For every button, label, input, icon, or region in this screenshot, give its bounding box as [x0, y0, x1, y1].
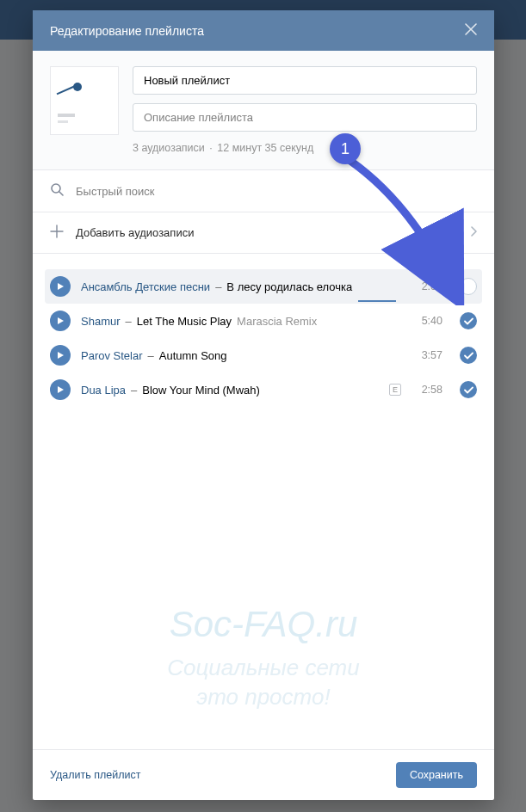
search-input[interactable] — [76, 185, 477, 198]
playlist-description-input[interactable] — [133, 103, 477, 132]
track-artist: Aнсамбль Детские песни — [81, 280, 210, 293]
save-button[interactable]: Сохранить — [396, 762, 477, 788]
track-artist: Dua Lipa — [81, 384, 126, 397]
meta-duration: 12 минут 35 секунд — [217, 142, 313, 154]
track-select-toggle[interactable] — [460, 312, 477, 329]
track-row[interactable]: Shamur–Let The Music PlayMarascia Remix5… — [45, 304, 482, 338]
track-duration: 3:57 — [412, 349, 442, 361]
play-icon[interactable] — [50, 345, 71, 366]
playlist-meta: 3 аудиозаписи · 12 минут 35 секунд — [133, 142, 477, 154]
track-duration: 5:40 — [412, 315, 442, 327]
edit-playlist-modal: Редактирование плейлиста 3 аудиозаписи ·… — [33, 10, 494, 800]
track-row[interactable]: Aнсамбль Детские песни–В лесу родилась е… — [45, 269, 482, 304]
track-text: Shamur–Let The Music PlayMarascia Remix — [81, 315, 401, 328]
track-text: Aнсамбль Детские песни–В лесу родилась е… — [81, 280, 401, 293]
track-select-toggle[interactable] — [460, 381, 477, 398]
add-audio-label: Добавить аудиозаписи — [76, 226, 194, 239]
track-title: В лесу родилась елочка — [226, 280, 352, 293]
track-artist: Parov Stelar — [81, 349, 143, 362]
watermark: Soc-FAQ.ru Социальные сетиэто просто! — [33, 604, 494, 712]
play-icon[interactable] — [50, 276, 71, 297]
track-text: Dua Lipa–Blow Your Mind (Mwah) — [81, 384, 379, 397]
track-duration: 2:58 — [412, 384, 442, 396]
playlist-name-input[interactable] — [133, 66, 477, 95]
track-duration: 2:09 — [412, 280, 442, 292]
modal-footer: Удалить плейлист Сохранить — [33, 749, 494, 800]
playlist-cover[interactable] — [50, 66, 119, 135]
meta-count: 3 аудиозаписи — [133, 142, 205, 154]
track-title: Autumn Song — [159, 349, 227, 362]
track-artist: Shamur — [81, 315, 121, 328]
track-title: Let The Music Play — [137, 315, 232, 328]
track-progress[interactable] — [81, 300, 396, 302]
modal-title: Редактирование плейлиста — [50, 24, 204, 38]
plus-icon — [50, 225, 64, 241]
add-audio-row[interactable]: Добавить аудиозаписи — [33, 212, 494, 254]
track-row[interactable]: Parov Stelar–Autumn Song3:57 — [45, 338, 482, 372]
track-select-toggle[interactable] — [460, 347, 477, 364]
annotation-badge: 1 — [330, 133, 361, 164]
track-text: Parov Stelar–Autumn Song — [81, 349, 401, 362]
modal-header: Редактирование плейлиста — [33, 10, 494, 51]
track-select-toggle[interactable] — [460, 278, 477, 295]
search-row — [33, 170, 494, 212]
delete-playlist-link[interactable]: Удалить плейлист — [50, 769, 140, 781]
track-title: Blow Your Mind (Mwah) — [142, 384, 260, 397]
play-icon[interactable] — [50, 379, 71, 400]
track-subtitle: Marascia Remix — [237, 315, 317, 328]
playlist-edit-section: 3 аудиозаписи · 12 минут 35 секунд — [33, 51, 494, 170]
explicit-badge: E — [389, 384, 401, 396]
search-icon — [50, 182, 64, 200]
track-row[interactable]: Dua Lipa–Blow Your Mind (Mwah)E2:58 — [45, 372, 482, 407]
play-icon[interactable] — [50, 311, 71, 331]
track-list: Aнсамбль Детские песни–В лесу родилась е… — [33, 254, 494, 407]
close-icon[interactable] — [465, 23, 477, 38]
chevron-right-icon — [470, 226, 477, 239]
